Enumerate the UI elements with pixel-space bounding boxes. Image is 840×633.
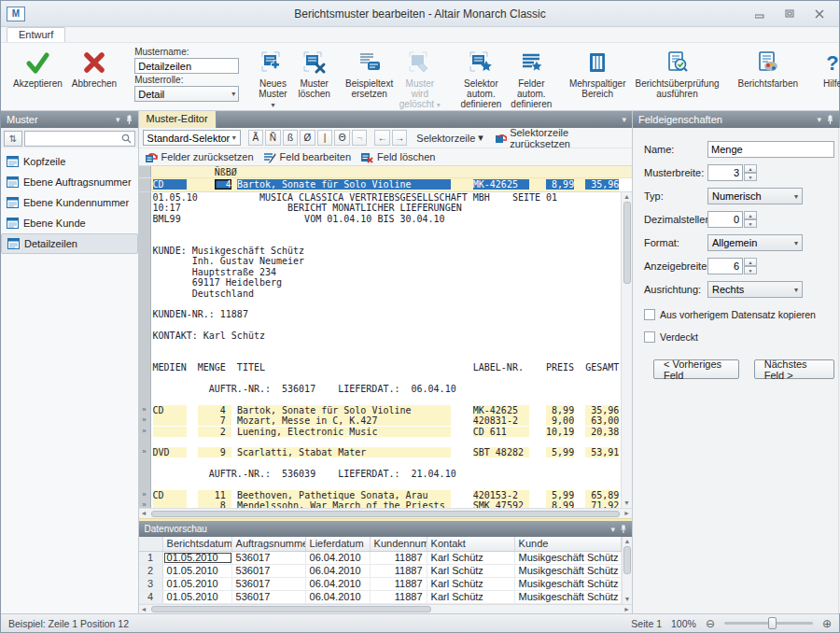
report-line[interactable]: »CD 4 Bartok, Sonate für Solo Violine MK… bbox=[139, 405, 621, 415]
muster-list-item[interactable]: Kopfzeile bbox=[1, 151, 138, 172]
table-column-header[interactable] bbox=[139, 537, 163, 551]
table-cell[interactable]: 536017 bbox=[232, 578, 306, 590]
scroll-up-icon[interactable]: ▲ bbox=[622, 192, 632, 202]
selected-field[interactable]: 4 bbox=[215, 179, 231, 190]
zoom-slider[interactable] bbox=[724, 622, 813, 625]
field-highlight[interactable]: 8,99 bbox=[546, 179, 574, 190]
arrow-right-button[interactable]: → bbox=[392, 130, 408, 146]
close-button[interactable] bbox=[811, 7, 828, 21]
name-field[interactable] bbox=[707, 141, 834, 158]
table-cell[interactable]: 11887 bbox=[371, 578, 427, 590]
editor-horizontal-scrollbar[interactable]: ◄ ► bbox=[139, 508, 632, 518]
restore-button[interactable] bbox=[781, 7, 798, 21]
panel-menu-icon[interactable]: ▾ bbox=[817, 115, 821, 124]
selektorzeile-dropdown[interactable]: Selektorzeile ▾ bbox=[416, 132, 483, 144]
pin-icon[interactable] bbox=[621, 525, 626, 533]
verdeckt-checkbox[interactable]: Verdeckt bbox=[644, 331, 834, 343]
report-line[interactable] bbox=[139, 373, 621, 384]
table-cell[interactable]: Musikgeschäft Schütz bbox=[515, 552, 622, 564]
pin-icon[interactable] bbox=[126, 115, 133, 124]
table-cell[interactable]: 06.04.2010 bbox=[306, 578, 371, 590]
report-line[interactable] bbox=[139, 437, 621, 447]
report-line[interactable] bbox=[139, 299, 621, 309]
checkbox-icon[interactable] bbox=[644, 309, 655, 320]
table-cell[interactable]: Musikgeschäft Schütz bbox=[515, 565, 622, 577]
musterbreite-input[interactable] bbox=[707, 164, 743, 181]
sample-row[interactable]: CD 4 Bartok, Sonate für Solo Violine MK-… bbox=[139, 178, 632, 192]
report-line[interactable]: » 7 Mozart, Messe in C, K.427 420831-2 9… bbox=[139, 415, 621, 426]
table-cell[interactable]: Karl Schütz bbox=[427, 552, 515, 564]
scroll-left-icon[interactable]: ◄ bbox=[139, 605, 149, 614]
report-line[interactable]: » 2 Luening, Electronic Music CD 611 10,… bbox=[139, 427, 621, 437]
dezimalstellen-stepper[interactable]: ▲▼ bbox=[707, 211, 757, 228]
field-highlight[interactable]: CD bbox=[153, 179, 187, 190]
report-line[interactable]: KONTAKT: Karl Schütz bbox=[139, 331, 621, 341]
scroll-down-icon[interactable]: ▼ bbox=[622, 499, 632, 508]
editor-vertical-scrollbar[interactable]: ▲ ▼ bbox=[621, 192, 632, 508]
zoom-in-icon[interactable]: ⊕ bbox=[822, 617, 832, 630]
table-cell[interactable]: 536017 bbox=[232, 591, 306, 603]
scroll-right-icon[interactable]: ► bbox=[622, 509, 632, 518]
anzeigebreite-input[interactable] bbox=[707, 258, 743, 274]
table-column-header[interactable]: Kontakt bbox=[427, 537, 515, 551]
cancel-button[interactable]: Abbrechen bbox=[67, 47, 121, 91]
table-vertical-scrollbar[interactable]: ▲ ▼ bbox=[622, 537, 632, 604]
minimize-button[interactable] bbox=[751, 7, 768, 21]
trap-char-precise-button[interactable]: | bbox=[317, 130, 333, 146]
table-column-header[interactable]: Kunde bbox=[515, 537, 622, 551]
spin-down-icon[interactable]: ▼ bbox=[744, 219, 757, 228]
ausrichtung-select[interactable]: Rechts▾ bbox=[707, 281, 803, 298]
zoom-out-icon[interactable]: ⊖ bbox=[706, 617, 715, 630]
next-field-button[interactable]: Nächstes Feld > bbox=[754, 359, 834, 379]
neues-muster-button[interactable]: NeuesMuster ▾ bbox=[252, 47, 293, 112]
table-cell[interactable]: Karl Schütz bbox=[427, 565, 515, 577]
musterrolle-select[interactable]: Detail▾ bbox=[134, 86, 239, 102]
table-cell[interactable]: 06.04.2010 bbox=[306, 591, 371, 603]
report-line[interactable]: 69117 Heidelberg bbox=[139, 277, 621, 288]
trap-char-blank-button[interactable]: ß bbox=[283, 130, 299, 146]
table-cell[interactable]: Karl Schütz bbox=[427, 578, 515, 590]
felder-reset-button[interactable]: Felder zurücksetzen bbox=[145, 151, 254, 163]
muster-loeschen-button[interactable]: Musterlöschen bbox=[294, 47, 335, 101]
report-line[interactable]: » 8 Mendelssohn, War March of the Priest… bbox=[139, 500, 621, 508]
scroll-right-icon[interactable]: ► bbox=[622, 605, 632, 614]
report-line[interactable]: Inh. Gustav Neumeier bbox=[139, 256, 621, 266]
selector-dropdown[interactable]: Standard-Selektor▾ bbox=[143, 130, 241, 146]
felder-autom-button[interactable]: Felder autom.definieren bbox=[508, 47, 555, 111]
table-row[interactable]: 101.05.201053601706.04.201011887Karl Sch… bbox=[139, 552, 622, 565]
panel-menu-icon[interactable]: ▾ bbox=[610, 525, 615, 534]
mehrspaltiger-bereich-button[interactable]: MehrspaltigerBereich bbox=[565, 47, 631, 101]
muster-search-input[interactable] bbox=[28, 134, 121, 144]
table-column-header[interactable]: Lieferdatum bbox=[306, 537, 371, 551]
beispieltext-ersetzen-button[interactable]: Beispieltextersetzen bbox=[344, 47, 395, 101]
spin-up-icon[interactable]: ▲ bbox=[744, 164, 757, 173]
checkbox-icon[interactable] bbox=[644, 331, 655, 343]
table-cell[interactable]: 11887 bbox=[371, 565, 427, 577]
table-cell[interactable]: 01.05.2010 bbox=[163, 578, 232, 590]
report-line[interactable] bbox=[139, 320, 621, 331]
table-horizontal-scrollbar[interactable]: ◄ ► bbox=[139, 604, 632, 613]
muster-list-item[interactable]: Ebene Kundennummer bbox=[1, 192, 138, 213]
spin-down-icon[interactable]: ▼ bbox=[744, 266, 757, 274]
report-line[interactable] bbox=[139, 352, 621, 362]
report-line[interactable] bbox=[139, 458, 621, 469]
report-line[interactable] bbox=[139, 341, 621, 351]
mustername-input[interactable] bbox=[134, 58, 239, 74]
table-cell[interactable]: Musikgeschäft Schütz bbox=[515, 578, 622, 590]
scrollbar-thumb[interactable] bbox=[151, 511, 620, 517]
table-column-header[interactable]: Kundennum... bbox=[371, 537, 427, 551]
table-cell[interactable]: 01.05.2010 bbox=[163, 591, 232, 603]
report-line[interactable]: »CD 11 Beethoven, Pathetique Sonata, Ara… bbox=[139, 490, 621, 500]
report-line[interactable]: Hauptstraße 234 bbox=[139, 267, 621, 277]
trap-char-theta-button[interactable]: Θ bbox=[334, 130, 350, 146]
berichtsfarben-button[interactable]: Berichtsfarben bbox=[734, 47, 803, 91]
table-row[interactable]: 201.05.201053601706.04.201011887Karl Sch… bbox=[139, 565, 622, 578]
report-line[interactable]: AUFTR.-NR.: 536039 LIEFERDAT.: 21.04.10 bbox=[139, 469, 621, 479]
zoom-slider-thumb[interactable] bbox=[768, 617, 777, 629]
report-line[interactable]: KUNDE: Musikgeschäft Schütz bbox=[139, 246, 621, 256]
spin-down-icon[interactable]: ▼ bbox=[744, 173, 757, 181]
scrollbar-thumb[interactable] bbox=[623, 546, 631, 574]
feld-bearbeiten-button[interactable]: Feld bearbeiten bbox=[263, 151, 351, 163]
panel-menu-icon[interactable]: ▾ bbox=[622, 115, 626, 124]
scrollbar-thumb[interactable] bbox=[151, 606, 431, 612]
